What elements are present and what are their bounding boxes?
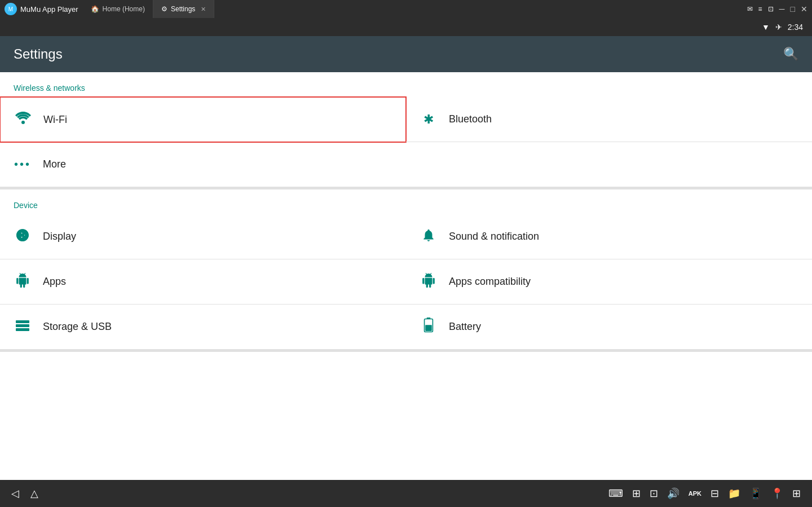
battery-label: Battery (449, 321, 481, 333)
display-item[interactable]: Display (0, 214, 406, 259)
search-button[interactable]: 🔍 (783, 47, 798, 61)
wireless-grid: Wi-Fi ✱ Bluetooth ••• More (0, 97, 812, 187)
bottom-nav: ◁ △ (11, 487, 38, 500)
home-icon: 🏠 (91, 5, 99, 13)
bottom-taskbar: ◁ △ ⌨ ⊞ ⊡ 🔊 APK ⊟ 📁 📱 📍 ⊞ (0, 480, 812, 507)
wifi-label: Wi-Fi (43, 114, 67, 126)
sound-item[interactable]: Sound & notification (406, 214, 812, 259)
apps-item[interactable]: Apps (0, 259, 406, 305)
display-label: Display (43, 231, 76, 243)
phone-button[interactable]: 📱 (749, 487, 762, 500)
statusbar: ▼ ✈ 2:34 (0, 18, 812, 36)
bottom-tools: ⌨ ⊞ ⊡ 🔊 APK ⊟ 📁 📱 📍 ⊞ (608, 487, 801, 500)
location-button[interactable]: 📍 (771, 487, 783, 500)
folder-button[interactable]: 📁 (728, 487, 740, 500)
svg-point-1 (21, 233, 25, 237)
svg-rect-2 (16, 320, 29, 323)
titlebar: M MuMu App Player 🏠 Home (Home) ⚙ Settin… (0, 0, 812, 18)
wifi-item[interactable]: Wi-Fi (0, 96, 407, 143)
home-button[interactable]: △ (30, 487, 38, 500)
tab-home-label: Home (Home) (103, 5, 145, 13)
tab-close-icon[interactable]: ✕ (201, 6, 206, 13)
close-button[interactable]: ✕ (801, 5, 807, 14)
svg-rect-3 (16, 324, 29, 327)
storage-label: Storage & USB (43, 321, 112, 333)
minimize-button[interactable]: ─ (779, 5, 785, 14)
sound-label: Sound & notification (449, 231, 539, 243)
logo-icon: M (5, 3, 17, 15)
device-grid: Display Sound & notification Apps (0, 214, 812, 350)
titlebar-right: ✉ ≡ ⊡ ─ □ ✕ (747, 5, 807, 14)
titlebar-left: M MuMu App Player 🏠 Home (Home) ⚙ Settin… (5, 0, 214, 18)
screen-rotate-button[interactable]: ⊡ (650, 487, 658, 500)
storage-item[interactable]: Storage & USB (0, 305, 406, 350)
tab-settings[interactable]: ⚙ Settings ✕ (153, 0, 214, 18)
layout-button[interactable]: ⊟ (710, 487, 719, 500)
device-section: Device Display (0, 189, 812, 352)
settings-tab-icon: ⚙ (161, 5, 167, 13)
svg-rect-7 (425, 325, 432, 331)
back-button[interactable]: ◁ (11, 487, 19, 500)
apps-compat-icon (420, 273, 438, 291)
battery-item[interactable]: Battery (406, 305, 812, 350)
mail-icon[interactable]: ✉ (747, 5, 753, 13)
volume-button[interactable]: 🔊 (667, 487, 679, 500)
bluetooth-item[interactable]: ✱ Bluetooth (406, 97, 812, 142)
wifi-status-icon: ▼ (762, 23, 770, 32)
keyboard-button[interactable]: ⌨ (608, 487, 623, 500)
device-section-header: Device (0, 189, 812, 214)
clock: 2:34 (788, 23, 803, 32)
apps-compat-item[interactable]: Apps compatibility (406, 259, 812, 305)
tab-settings-label: Settings (171, 5, 195, 13)
page-title: Settings (14, 46, 63, 62)
tab-bar: 🏠 Home (Home) ⚙ Settings ✕ (83, 0, 215, 18)
airplane-icon: ✈ (775, 23, 782, 32)
svg-point-0 (21, 121, 25, 124)
svg-rect-4 (16, 328, 29, 331)
main-content: Wireless & networks Wi-Fi ✱ Bluetooth (0, 72, 812, 480)
display-icon (14, 228, 32, 246)
storage-icon (14, 319, 32, 335)
multi-button[interactable]: ⊞ (792, 487, 801, 500)
restore-icon[interactable]: ⊡ (768, 5, 774, 13)
android-header: Settings 🔍 (0, 36, 812, 72)
sound-icon (420, 228, 438, 246)
bluetooth-icon: ✱ (420, 112, 438, 127)
tab-home[interactable]: 🏠 Home (Home) (83, 0, 153, 18)
more-label: More (43, 158, 66, 170)
gamepad-button[interactable]: ⊞ (632, 487, 641, 500)
bluetooth-label: Bluetooth (449, 113, 492, 125)
wireless-section: Wireless & networks Wi-Fi ✱ Bluetooth (0, 72, 812, 189)
apps-label: Apps (43, 276, 66, 288)
maximize-button[interactable]: □ (791, 5, 795, 14)
app-logo: M MuMu App Player (5, 3, 78, 15)
battery-icon (420, 318, 438, 337)
app-name: MuMu App Player (20, 5, 78, 14)
more-item[interactable]: ••• More (0, 142, 406, 187)
wifi-icon (14, 112, 32, 127)
menu-icon[interactable]: ≡ (758, 5, 762, 13)
wireless-section-header: Wireless & networks (0, 72, 812, 97)
apk-button[interactable]: APK (689, 490, 701, 497)
more-icon: ••• (14, 158, 32, 171)
apps-icon (14, 273, 32, 291)
apps-compat-label: Apps compatibility (449, 276, 531, 288)
